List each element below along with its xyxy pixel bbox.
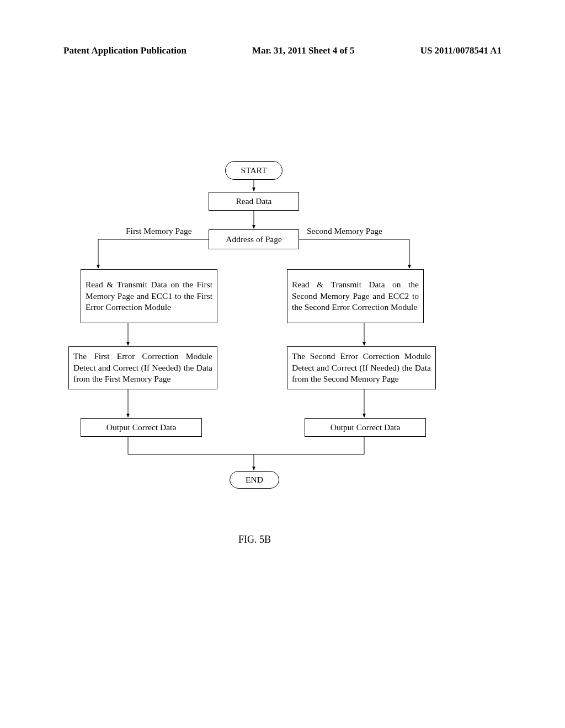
- terminal-start: START: [225, 161, 282, 180]
- step-right-read-transmit-label: Read & Transmit Data on the Second Memor…: [292, 279, 419, 314]
- figure-caption: FIG. 5B: [238, 534, 271, 545]
- branch-label-first-memory-page: First Memory Page: [126, 226, 192, 236]
- step-right-output: Output Correct Data: [305, 418, 426, 437]
- terminal-end: END: [230, 471, 279, 489]
- step-left-detect-correct-label: The First Error Correction Module Detect…: [73, 351, 212, 386]
- step-left-output-label: Output Correct Data: [106, 422, 177, 432]
- decision-address-label: Address of Page: [226, 234, 282, 244]
- step-right-detect-correct-label: The Second Error Correction Module Detec…: [292, 351, 431, 386]
- header-center: Mar. 31, 2011 Sheet 4 of 5: [252, 45, 354, 56]
- step-left-detect-correct: The First Error Correction Module Detect…: [68, 346, 217, 389]
- branch-label-second-memory-page: Second Memory Page: [307, 226, 382, 236]
- header-right: US 2011/0078541 A1: [420, 45, 502, 56]
- page-header: Patent Application Publication Mar. 31, …: [63, 45, 502, 56]
- header-left: Patent Application Publication: [63, 45, 186, 56]
- decision-address-of-page: Address of Page: [209, 229, 299, 249]
- step-left-output: Output Correct Data: [81, 418, 202, 437]
- step-left-read-transmit: Read & Transmit Data on the First Memory…: [81, 269, 217, 323]
- terminal-start-label: START: [241, 165, 267, 175]
- step-right-detect-correct: The Second Error Correction Module Detec…: [287, 346, 436, 389]
- step-left-read-transmit-label: Read & Transmit Data on the First Memory…: [86, 279, 212, 314]
- step-read-data: Read Data: [209, 192, 299, 211]
- terminal-end-label: END: [246, 475, 263, 485]
- step-right-read-transmit: Read & Transmit Data on the Second Memor…: [287, 269, 424, 323]
- step-right-output-label: Output Correct Data: [331, 422, 401, 432]
- step-read-data-label: Read Data: [236, 196, 272, 206]
